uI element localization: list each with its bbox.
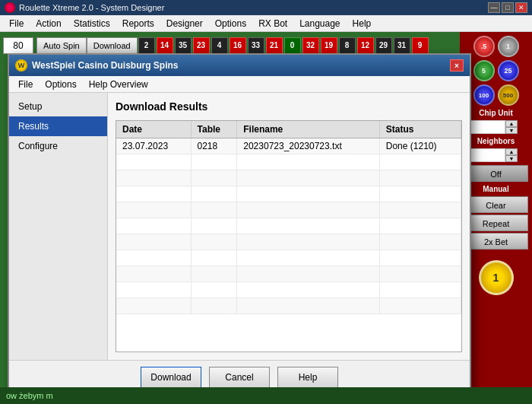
app-title: Roulette Xtreme 2.0 - System Designer <box>19 3 164 12</box>
help-button[interactable]: Help <box>277 367 338 388</box>
table-row-empty-6 <box>116 234 461 250</box>
menu-options[interactable]: Options <box>209 17 252 30</box>
dialog-title: WestSpiel Casino Duisburg Spins <box>32 60 178 71</box>
chip-500[interactable]: 500 <box>498 84 519 106</box>
off-button[interactable]: Off <box>464 165 528 182</box>
chip-row-top: .5 1 <box>473 36 519 57</box>
minimize-button[interactable]: — <box>488 2 500 13</box>
menu-file[interactable]: File <box>3 17 30 30</box>
chip-unit-up[interactable]: ▲ <box>505 120 518 127</box>
col-date: Date <box>116 121 191 138</box>
menu-help[interactable]: Help <box>347 17 378 30</box>
roulette-num-9[interactable]: 9 <box>412 37 429 54</box>
menu-reports[interactable]: Reports <box>116 17 160 30</box>
twox-button[interactable]: 2x Bet <box>464 233 528 250</box>
nav-results[interactable]: Results <box>9 116 107 136</box>
roulette-num-21[interactable]: 21 <box>266 37 283 54</box>
dialog-title-bar: W WestSpiel Casino Duisburg Spins × <box>9 55 470 76</box>
roulette-num-29[interactable]: 29 <box>375 37 392 54</box>
results-title: Download Results <box>116 100 462 113</box>
dialog-nav: Setup Results Configure <box>9 93 108 360</box>
clear-button[interactable]: Clear <box>464 196 528 213</box>
dialog-menu: File Options Help Overview <box>9 76 470 93</box>
auto-spin-button[interactable]: Auto Spin <box>36 37 87 54</box>
roulette-num-0[interactable]: 0 <box>284 37 301 54</box>
table-row-empty-1 <box>116 154 461 170</box>
chip-unit-down[interactable]: ▼ <box>505 127 518 134</box>
col-status: Status <box>379 121 461 138</box>
chip-25[interactable]: 25 <box>498 60 519 81</box>
roulette-num-23[interactable]: 23 <box>193 37 210 54</box>
chip-5-label: 5 <box>482 67 486 75</box>
nav-results-label: Results <box>18 121 49 132</box>
results-table: Date Table Filename Status 23.07.2023 02… <box>116 121 461 314</box>
table-row-empty-3 <box>116 186 461 202</box>
table-row-empty-8 <box>116 266 461 282</box>
roulette-num-2[interactable]: 2 <box>138 37 155 54</box>
cell-date: 23.07.2023 <box>116 138 191 154</box>
repeat-button[interactable]: Repeat <box>464 215 528 231</box>
dialog-menu-help[interactable]: Help Overview <box>83 78 154 91</box>
table-row-empty-2 <box>116 170 461 186</box>
chip-row-mid: 5 25 <box>473 60 519 81</box>
nav-setup-label: Setup <box>18 101 42 112</box>
chip-5[interactable]: 5 <box>473 60 495 81</box>
chip-100[interactable]: 100 <box>473 84 495 106</box>
dialog-close-button[interactable]: × <box>450 59 464 72</box>
close-button[interactable]: ✕ <box>515 2 527 13</box>
menu-statistics[interactable]: Statistics <box>68 17 116 30</box>
chip-05-label: .5 <box>481 43 487 50</box>
manual-label: Manual <box>464 185 528 193</box>
spin-input[interactable]: 80 <box>3 37 33 54</box>
chip-500-label: 500 <box>503 92 513 99</box>
dialog-body: Setup Results Configure Download Results… <box>9 93 470 360</box>
nav-configure-label: Configure <box>18 141 58 151</box>
cancel-button[interactable]: Cancel <box>209 367 270 388</box>
main-chip-label: 1 <box>493 272 499 284</box>
neighbors-row: 4 ▲ ▼ <box>464 148 528 162</box>
main-chip[interactable]: 1 <box>479 260 514 295</box>
menu-action[interactable]: Action <box>30 17 67 30</box>
dialog-icon: W <box>15 59 27 72</box>
roulette-num-33[interactable]: 33 <box>248 37 264 54</box>
neighbors-down[interactable]: ▼ <box>505 155 518 162</box>
roulette-num-32[interactable]: 32 <box>302 37 319 54</box>
table-row-empty-10 <box>116 298 461 314</box>
download-toolbar-button[interactable]: Download <box>87 37 138 54</box>
menu-bar: File Action Statistics Reports Designer … <box>0 15 532 32</box>
nav-configure[interactable]: Configure <box>9 136 107 156</box>
dialog-menu-file[interactable]: File <box>12 78 39 91</box>
chip-unit-label: Chip Unit <box>464 109 528 117</box>
menu-language[interactable]: Language <box>293 17 346 30</box>
maximize-button[interactable]: □ <box>502 2 514 13</box>
menu-designer[interactable]: Designer <box>160 17 209 30</box>
cell-filename: 20230723_20230723.txt <box>237 138 380 154</box>
neighbors-up[interactable]: ▲ <box>505 148 518 155</box>
roulette-num-19[interactable]: 19 <box>321 37 337 54</box>
chip-05[interactable]: .5 <box>473 36 495 57</box>
chip-1-label: 1 <box>506 43 510 50</box>
roulette-num-8[interactable]: 8 <box>339 37 356 54</box>
table-row[interactable]: 23.07.2023 0218 20230723_20230723.txt Do… <box>116 138 461 154</box>
menu-rxbot[interactable]: RX Bot <box>252 17 293 30</box>
chip-row-bot: 100 500 <box>473 84 519 106</box>
roulette-num-14[interactable]: 14 <box>157 37 173 54</box>
table-row-empty-9 <box>116 282 461 298</box>
table-row-empty-4 <box>116 202 461 218</box>
chip-unit-row: 0 ▲ ▼ <box>464 120 528 134</box>
results-table-wrapper: Date Table Filename Status 23.07.2023 02… <box>116 120 462 352</box>
roulette-num-31[interactable]: 31 <box>394 37 410 54</box>
status-bar: ow żebym m <box>0 387 532 404</box>
download-button[interactable]: Download <box>141 367 201 388</box>
dialog-menu-options[interactable]: Options <box>39 78 82 91</box>
roulette-num-4[interactable]: 4 <box>211 37 228 54</box>
neighbors-label: Neighbors <box>464 137 528 145</box>
table-row-empty-5 <box>116 218 461 234</box>
roulette-num-35[interactable]: 35 <box>175 37 192 54</box>
roulette-num-16[interactable]: 16 <box>230 37 246 54</box>
chip-100-label: 100 <box>479 92 489 99</box>
chip-1[interactable]: 1 <box>498 36 519 57</box>
roulette-num-12[interactable]: 12 <box>357 37 374 54</box>
nav-setup[interactable]: Setup <box>9 97 107 116</box>
dialog-content: Download Results Date Table Filename Sta… <box>108 93 470 360</box>
